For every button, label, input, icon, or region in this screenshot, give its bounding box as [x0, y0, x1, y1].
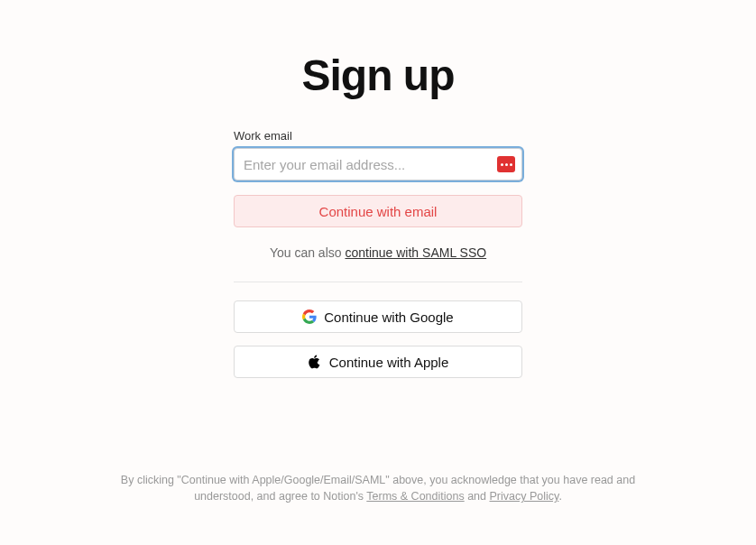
google-button-label: Continue with Google [324, 309, 453, 325]
legal-text-3: . [558, 490, 561, 503]
continue-email-button[interactable]: Continue with email [234, 195, 522, 227]
page-title: Sign up [234, 51, 522, 100]
legal-text-2: and [465, 490, 490, 503]
email-input-wrapper [234, 148, 522, 180]
password-manager-icon[interactable] [497, 156, 515, 172]
continue-apple-button[interactable]: Continue with Apple [234, 346, 522, 378]
apple-icon [308, 355, 322, 369]
apple-button-label: Continue with Apple [329, 355, 449, 370]
email-label: Work email [234, 129, 522, 143]
continue-google-button[interactable]: Continue with Google [234, 300, 522, 333]
legal-text: By clicking "Continue with Apple/Google/… [0, 472, 756, 506]
saml-sso-link[interactable]: continue with SAML SSO [345, 245, 486, 260]
email-input[interactable] [234, 148, 522, 180]
privacy-link[interactable]: Privacy Policy [490, 490, 559, 503]
sso-prefix: You can also [270, 245, 346, 260]
divider [234, 282, 522, 282]
terms-link[interactable]: Terms & Conditions [366, 490, 464, 503]
google-icon [302, 309, 317, 324]
sso-text: You can also continue with SAML SSO [234, 245, 522, 260]
